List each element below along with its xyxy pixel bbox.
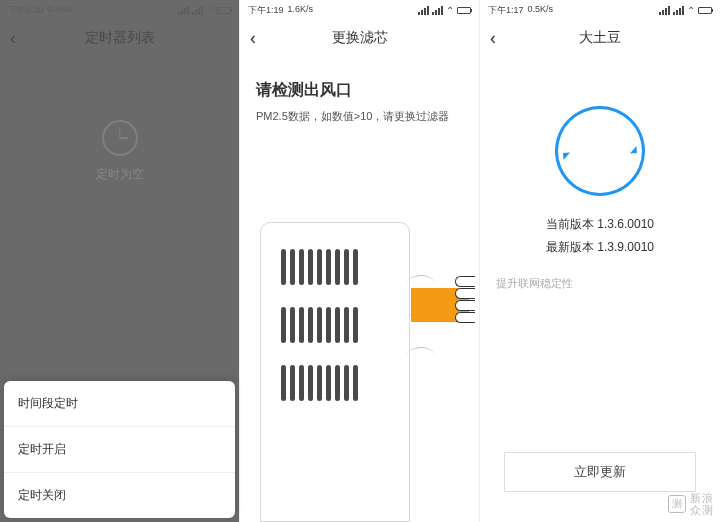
title-bar: ‹ 大土豆 xyxy=(480,20,720,56)
latest-version: 最新版本 1.3.9.0010 xyxy=(480,239,720,256)
changelog-note: 提升联网稳定性 xyxy=(480,262,720,305)
action-sheet: 时间段定时 定时开启 定时关闭 xyxy=(4,381,235,518)
wifi-icon: ⌃ xyxy=(687,5,695,16)
sync-icon xyxy=(555,106,645,196)
title-bar: ‹ 更换滤芯 xyxy=(240,20,479,56)
clock-icon xyxy=(102,120,138,156)
sheet-option-on[interactable]: 定时开启 xyxy=(4,427,235,473)
hand-holding-card-icon xyxy=(411,282,481,346)
watermark: 测 新浪众测 xyxy=(668,492,714,516)
back-icon[interactable]: ‹ xyxy=(10,28,16,49)
page-title: 定时器列表 xyxy=(85,29,155,47)
wifi-icon: ⌃ xyxy=(206,5,214,16)
signal-icon xyxy=(673,6,684,15)
instruction-sub: PM2.5数据，如数值>10，请更换过滤器 xyxy=(256,109,463,124)
empty-label: 定时为空 xyxy=(0,166,239,183)
status-time: 下午1:20 xyxy=(8,4,44,17)
status-bar: 下午1:191.6K/s ⌃ xyxy=(240,0,479,20)
battery-icon xyxy=(457,7,471,14)
signal-icon xyxy=(432,6,443,15)
empty-state: 定时为空 xyxy=(0,120,239,183)
sheet-option-period[interactable]: 时间段定时 xyxy=(4,381,235,427)
signal-icon xyxy=(418,6,429,15)
filter-change-screen: 下午1:191.6K/s ⌃ ‹ 更换滤芯 请检测出风口 PM2.5数据，如数值… xyxy=(240,0,480,522)
signal-icon xyxy=(659,6,670,15)
update-now-button[interactable]: 立即更新 xyxy=(504,452,696,492)
status-net: 0.5K/s xyxy=(48,4,74,17)
status-net: 0.5K/s xyxy=(528,4,554,17)
device-illustration xyxy=(260,222,410,522)
signal-icon xyxy=(178,6,189,15)
status-bar: 下午1:200.5K/s ⌃ xyxy=(0,0,239,20)
back-icon[interactable]: ‹ xyxy=(490,28,496,49)
status-time: 下午1:19 xyxy=(248,4,284,17)
page-title: 大土豆 xyxy=(579,29,621,47)
battery-icon xyxy=(698,7,712,14)
back-icon[interactable]: ‹ xyxy=(250,28,256,49)
timer-list-screen: 下午1:200.5K/s ⌃ ‹ 定时器列表 定时为空 时间段定时 定时开启 定… xyxy=(0,0,240,522)
sheet-option-off[interactable]: 定时关闭 xyxy=(4,473,235,518)
title-bar: ‹ 定时器列表 xyxy=(0,20,239,56)
battery-icon xyxy=(217,7,231,14)
page-title: 更换滤芯 xyxy=(332,29,388,47)
status-time: 下午1:17 xyxy=(488,4,524,17)
instruction-heading: 请检测出风口 xyxy=(256,80,463,101)
signal-icon xyxy=(192,6,203,15)
status-net: 1.6K/s xyxy=(288,4,314,17)
wifi-icon: ⌃ xyxy=(446,5,454,16)
current-version: 当前版本 1.3.6.0010 xyxy=(480,216,720,233)
watermark-logo-icon: 测 xyxy=(668,495,686,513)
status-bar: 下午1:170.5K/s ⌃ xyxy=(480,0,720,20)
firmware-update-screen: 下午1:170.5K/s ⌃ ‹ 大土豆 当前版本 1.3.6.0010 最新版… xyxy=(480,0,720,522)
